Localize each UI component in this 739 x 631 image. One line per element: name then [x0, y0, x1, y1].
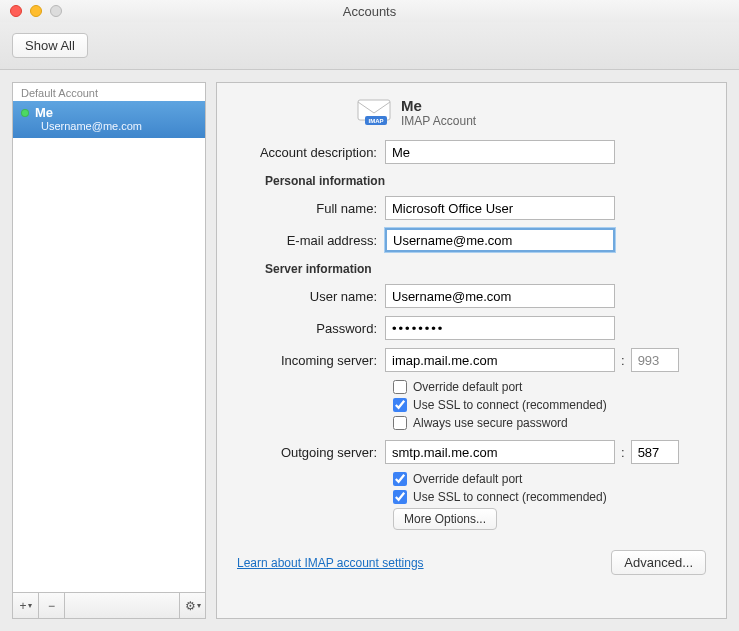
window-title: Accounts	[343, 4, 396, 19]
minimize-icon[interactable]	[30, 5, 42, 17]
label-user-name: User name:	[237, 289, 385, 304]
user-name-input[interactable]	[385, 284, 615, 308]
sidebar-account-row[interactable]: Me Username@me.com	[13, 101, 205, 138]
show-all-button[interactable]: Show All	[12, 33, 88, 58]
account-settings-pane: IMAP Me IMAP Account Account description…	[216, 82, 727, 619]
remove-account-button[interactable]: −	[39, 593, 65, 618]
label-outgoing-server: Outgoing server:	[237, 445, 385, 460]
email-input[interactable]	[385, 228, 615, 252]
label-incoming-ssl: Use SSL to connect (recommended)	[413, 398, 607, 412]
zoom-icon	[50, 5, 62, 17]
titlebar: Accounts	[0, 0, 739, 22]
label-outgoing-override: Override default port	[413, 472, 522, 486]
section-personal-info: Personal information	[265, 174, 706, 188]
account-description-input[interactable]	[385, 140, 615, 164]
sidebar-account-name: Me	[35, 105, 53, 120]
sidebar-gear-button[interactable]: ⚙▾	[179, 593, 205, 618]
account-name: Me	[401, 97, 476, 114]
outgoing-ssl-checkbox[interactable]	[393, 490, 407, 504]
close-icon[interactable]	[10, 5, 22, 17]
window-controls	[10, 5, 62, 17]
incoming-ssl-checkbox[interactable]	[393, 398, 407, 412]
full-name-input[interactable]	[385, 196, 615, 220]
label-outgoing-ssl: Use SSL to connect (recommended)	[413, 490, 607, 504]
status-dot-icon	[21, 109, 29, 117]
outgoing-override-port-checkbox[interactable]	[393, 472, 407, 486]
toolbar: Show All	[0, 22, 739, 70]
incoming-server-input[interactable]	[385, 348, 615, 372]
content: Default Account Me Username@me.com +▾ − …	[0, 70, 739, 631]
gear-icon: ⚙	[185, 599, 196, 613]
label-incoming-secure-pw: Always use secure password	[413, 416, 568, 430]
incoming-override-port-checkbox[interactable]	[393, 380, 407, 394]
outgoing-server-input[interactable]	[385, 440, 615, 464]
sidebar-footer: +▾ − ⚙▾	[13, 592, 205, 618]
more-options-button[interactable]: More Options...	[393, 508, 497, 530]
port-separator-out: :	[621, 445, 625, 460]
add-account-button[interactable]: +▾	[13, 593, 39, 618]
section-server-info: Server information	[265, 262, 706, 276]
label-incoming-override: Override default port	[413, 380, 522, 394]
advanced-button[interactable]: Advanced...	[611, 550, 706, 575]
sidebar-header: Default Account	[13, 83, 205, 101]
account-header: IMAP Me IMAP Account	[357, 97, 706, 128]
label-incoming-server: Incoming server:	[237, 353, 385, 368]
outgoing-port-input[interactable]	[631, 440, 679, 464]
sidebar-account-email: Username@me.com	[41, 120, 197, 132]
label-email: E-mail address:	[237, 233, 385, 248]
label-account-description: Account description:	[237, 145, 385, 160]
label-password: Password:	[237, 321, 385, 336]
incoming-port-input[interactable]	[631, 348, 679, 372]
password-input[interactable]	[385, 316, 615, 340]
account-type: IMAP Account	[401, 114, 476, 128]
learn-imap-link[interactable]: Learn about IMAP account settings	[237, 556, 424, 570]
svg-text:IMAP: IMAP	[369, 118, 384, 124]
port-separator: :	[621, 353, 625, 368]
label-full-name: Full name:	[237, 201, 385, 216]
account-sidebar: Default Account Me Username@me.com +▾ − …	[12, 82, 206, 619]
mail-imap-icon: IMAP	[357, 99, 391, 127]
incoming-secure-pw-checkbox[interactable]	[393, 416, 407, 430]
